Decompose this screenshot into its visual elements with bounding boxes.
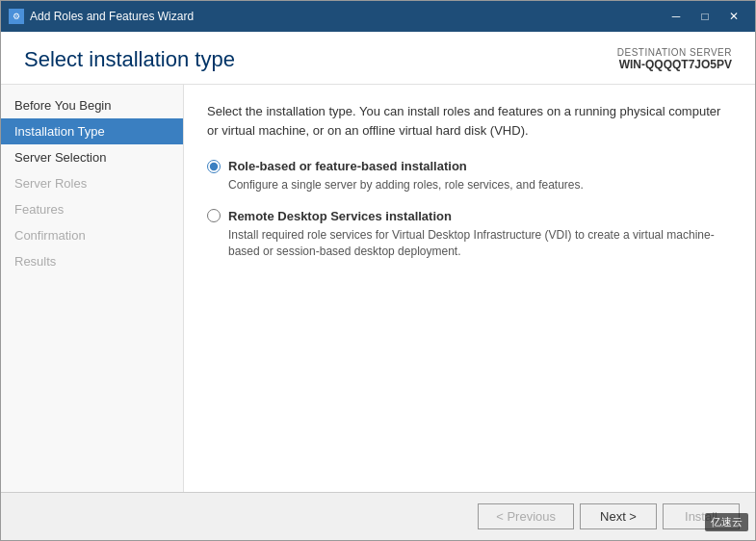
option-role-based-desc: Configure a single server by adding role… <box>228 177 732 193</box>
sidebar-item-results: Results <box>1 248 183 274</box>
close-button[interactable]: ✕ <box>720 7 747 26</box>
sidebar-item-confirmation: Confirmation <box>1 222 183 248</box>
main-area: Before You Begin Installation Type Serve… <box>1 85 755 492</box>
sidebar-item-server-roles: Server Roles <box>1 170 183 196</box>
sidebar-item-before-you-begin[interactable]: Before You Begin <box>1 92 183 118</box>
radio-role-based[interactable] <box>207 160 221 173</box>
main-content: Select the installation type. You can in… <box>184 85 755 492</box>
option-remote-desktop-header: Remote Desktop Services installation <box>207 209 732 223</box>
sidebar-item-features: Features <box>1 196 183 222</box>
option-role-based: Role-based or feature-based installation… <box>207 159 732 193</box>
option-remote-desktop: Remote Desktop Services installation Ins… <box>207 209 732 260</box>
page-title: Select installation type <box>24 47 235 72</box>
page-header: Select installation type DESTINATION SER… <box>1 32 755 85</box>
title-bar: ⚙ Add Roles and Features Wizard ─ □ ✕ <box>1 1 755 32</box>
content-area: Select installation type DESTINATION SER… <box>1 32 755 540</box>
window-controls: ─ □ ✕ <box>663 7 747 26</box>
restore-button[interactable]: □ <box>691 7 718 26</box>
sidebar: Before You Begin Installation Type Serve… <box>1 85 184 492</box>
server-name: WIN-QQQQT7JO5PV <box>617 58 732 71</box>
destination-server-info: DESTINATION SERVER WIN-QQQQT7JO5PV <box>617 47 732 71</box>
option-role-based-header: Role-based or feature-based installation <box>207 159 732 173</box>
footer: < Previous Next > Install <box>1 492 755 540</box>
main-window: ⚙ Add Roles and Features Wizard ─ □ ✕ Se… <box>0 0 756 541</box>
window-title: Add Roles and Features Wizard <box>30 10 663 23</box>
sidebar-item-server-selection[interactable]: Server Selection <box>1 144 183 170</box>
description-text: Select the installation type. You can in… <box>207 102 732 140</box>
installation-options: Role-based or feature-based installation… <box>207 159 732 259</box>
previous-button[interactable]: < Previous <box>478 503 574 529</box>
sidebar-item-installation-type[interactable]: Installation Type <box>1 118 183 144</box>
destination-label: DESTINATION SERVER <box>617 47 732 58</box>
watermark: 亿速云 <box>705 513 748 531</box>
option-role-based-label: Role-based or feature-based installation <box>228 159 467 173</box>
next-button[interactable]: Next > <box>580 503 657 529</box>
option-remote-desktop-label: Remote Desktop Services installation <box>228 209 452 223</box>
option-remote-desktop-desc: Install required role services for Virtu… <box>228 227 732 260</box>
app-icon: ⚙ <box>9 9 24 24</box>
minimize-button[interactable]: ─ <box>663 7 690 26</box>
radio-remote-desktop[interactable] <box>207 209 221 222</box>
